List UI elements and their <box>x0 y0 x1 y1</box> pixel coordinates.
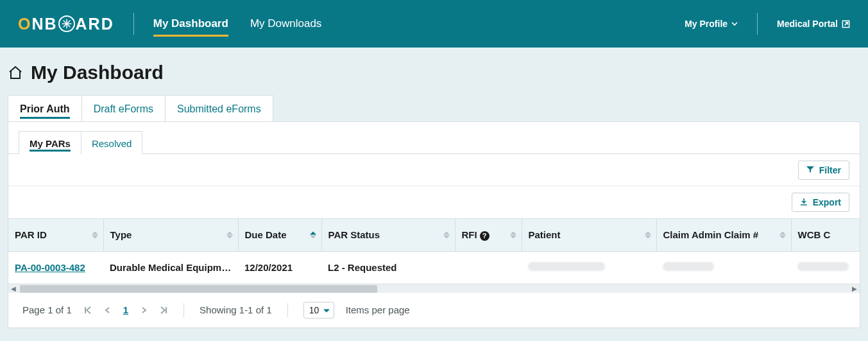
col-label: RFI <box>462 229 477 240</box>
page-next-button[interactable] <box>140 306 148 314</box>
table-header-row: PAR ID Type Due Date PAR Status RFI? Pat… <box>8 219 860 251</box>
showing-text: Showing 1-1 of 1 <box>200 304 272 315</box>
content-panel: My PARs Resolved Filter Export <box>8 121 860 328</box>
redacted-text <box>528 262 605 271</box>
subtab-my-pars[interactable]: My PARs <box>19 131 81 154</box>
scroll-right-icon[interactable]: ▶ <box>851 285 858 293</box>
col-claim[interactable]: Claim Admin Claim # <box>656 219 791 251</box>
page-title: My Dashboard <box>31 62 164 83</box>
sort-icon <box>226 231 233 238</box>
nav-my-downloads[interactable]: My Downloads <box>250 12 322 35</box>
col-label: PAR Status <box>328 229 380 240</box>
filter-icon <box>806 165 814 175</box>
page-prev-button[interactable] <box>104 306 112 314</box>
filter-label: Filter <box>819 165 841 175</box>
col-type[interactable]: Type <box>103 219 238 251</box>
cell-type: Durable Medical Equipmen <box>103 251 238 283</box>
divider <box>287 303 288 317</box>
medical-portal-link[interactable]: Medical Portal <box>777 19 850 29</box>
col-wcb[interactable]: WCB C <box>791 219 860 251</box>
export-label: Export <box>813 197 841 207</box>
scroll-left-icon[interactable]: ◀ <box>10 285 17 293</box>
profile-label: My Profile <box>685 19 728 29</box>
col-patient[interactable]: Patient <box>522 219 656 251</box>
chevron-down-icon <box>731 21 738 27</box>
nav-my-dashboard[interactable]: My Dashboard <box>153 12 228 35</box>
horizontal-scrollbar[interactable]: ◀ ▶ <box>8 284 860 293</box>
subtab-resolved[interactable]: Resolved <box>81 131 143 154</box>
cell-due-date: 12/20/2021 <box>238 251 321 283</box>
help-icon[interactable]: ? <box>480 231 489 241</box>
col-par-status[interactable]: PAR Status <box>321 219 455 251</box>
col-par-id[interactable]: PAR ID <box>8 219 103 251</box>
page-title-row: My Dashboard <box>0 48 868 95</box>
cell-wcb <box>791 251 860 283</box>
cell-rfi <box>455 251 522 283</box>
divider <box>133 13 134 35</box>
sort-icon <box>92 231 98 238</box>
home-icon[interactable] <box>8 65 23 80</box>
sort-icon <box>510 231 516 238</box>
col-label: Type <box>110 229 132 240</box>
redacted-text <box>663 262 714 271</box>
brand-logo: ONB ARD <box>18 15 114 33</box>
tab-draft-eforms[interactable]: Draft eForms <box>81 95 166 121</box>
table-row: PA-00-0003-482 Durable Medical Equipmen … <box>8 251 860 283</box>
col-label: Claim Admin Claim # <box>663 229 759 240</box>
scrollbar-thumb[interactable] <box>20 285 377 293</box>
primary-tabs: Prior Auth Draft eForms Submitted eForms <box>8 95 868 121</box>
logo-part-1: O <box>18 15 31 33</box>
items-per-page-label: Items per page <box>346 304 410 315</box>
par-id-link[interactable]: PA-00-0003-482 <box>15 262 85 273</box>
col-label: Due Date <box>245 229 287 240</box>
my-profile-dropdown[interactable]: My Profile <box>685 19 738 29</box>
logo-part-2: NB <box>31 15 57 33</box>
col-label: PAR ID <box>15 229 47 240</box>
col-label: Patient <box>529 229 561 240</box>
sort-icon <box>645 231 651 238</box>
col-due-date[interactable]: Due Date <box>238 219 321 251</box>
items-per-page-select[interactable]: 10 <box>303 302 334 319</box>
export-button[interactable]: Export <box>792 193 849 212</box>
logo-part-3: ARD <box>76 15 114 33</box>
cell-claim <box>656 251 791 283</box>
external-link-icon <box>842 20 850 28</box>
portal-label: Medical Portal <box>777 19 838 29</box>
table-wrap: PAR ID Type Due Date PAR Status RFI? Pat… <box>8 218 860 293</box>
cell-patient <box>522 251 656 283</box>
sort-icon <box>310 231 316 238</box>
page-first-button[interactable] <box>83 306 92 315</box>
main-nav: My Dashboard My Downloads <box>153 12 322 35</box>
tab-submitted-eforms[interactable]: Submitted eForms <box>165 95 273 121</box>
download-icon <box>800 197 808 207</box>
sort-icon <box>779 231 786 238</box>
items-per-page-select-wrap: 10 <box>303 302 334 319</box>
current-page-number[interactable]: 1 <box>123 304 128 315</box>
page-indicator: Page 1 of 1 <box>22 304 72 315</box>
filter-button[interactable]: Filter <box>798 161 849 180</box>
page-last-button[interactable] <box>159 306 168 315</box>
sort-icon <box>443 231 450 238</box>
cell-status: L2 - Requested <box>321 251 455 283</box>
divider <box>183 303 184 317</box>
redacted-text <box>797 262 849 271</box>
header-right: My Profile Medical Portal <box>685 13 850 35</box>
export-row: Export <box>8 186 860 218</box>
col-label: WCB C <box>798 229 831 240</box>
secondary-tabs: My PARs Resolved <box>19 131 860 154</box>
pars-table: PAR ID Type Due Date PAR Status RFI? Pat… <box>8 219 860 284</box>
app-header: ONB ARD My Dashboard My Downloads My Pro… <box>0 0 868 48</box>
tab-prior-auth[interactable]: Prior Auth <box>8 95 82 121</box>
divider <box>757 13 758 35</box>
pagination-bar: Page 1 of 1 1 Showing 1-1 of 1 10 Items … <box>8 293 860 328</box>
compass-icon <box>58 15 75 32</box>
col-rfi[interactable]: RFI? <box>455 219 522 251</box>
filter-row: Filter <box>8 153 860 186</box>
